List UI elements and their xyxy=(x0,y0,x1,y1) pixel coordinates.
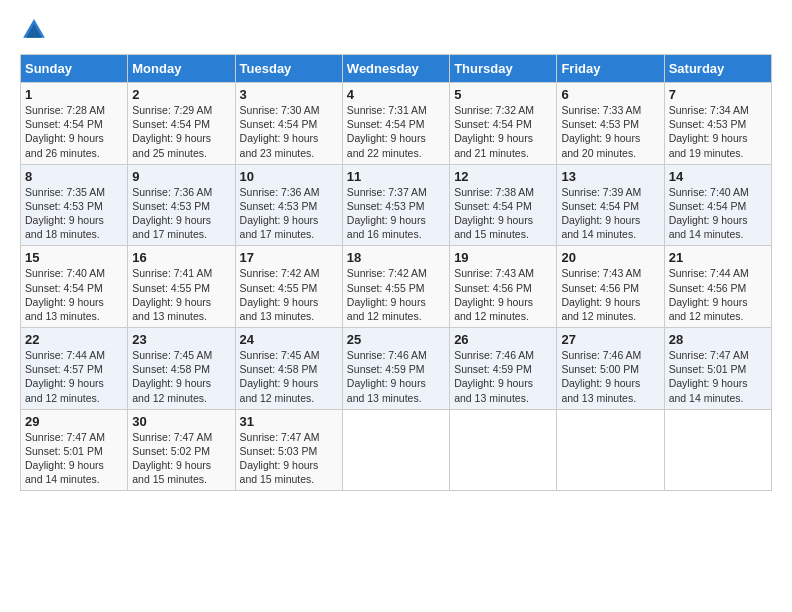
calendar-cell: 26 Sunrise: 7:46 AM Sunset: 4:59 PM Dayl… xyxy=(450,328,557,410)
day-number: 18 xyxy=(347,250,445,265)
daylight-label: Daylight: 9 hours and 16 minutes. xyxy=(347,214,426,240)
daylight-label: Daylight: 9 hours and 15 minutes. xyxy=(132,459,211,485)
sunset-label: Sunset: 4:59 PM xyxy=(454,363,532,375)
day-number: 23 xyxy=(132,332,230,347)
sunset-label: Sunset: 4:54 PM xyxy=(347,118,425,130)
calendar-row: 15 Sunrise: 7:40 AM Sunset: 4:54 PM Dayl… xyxy=(21,246,772,328)
calendar-cell: 27 Sunrise: 7:46 AM Sunset: 5:00 PM Dayl… xyxy=(557,328,664,410)
sunrise-label: Sunrise: 7:45 AM xyxy=(132,349,212,361)
day-info: Sunrise: 7:47 AM Sunset: 5:02 PM Dayligh… xyxy=(132,430,230,487)
col-sunday: Sunday xyxy=(21,55,128,83)
day-info: Sunrise: 7:31 AM Sunset: 4:54 PM Dayligh… xyxy=(347,103,445,160)
sunset-label: Sunset: 4:54 PM xyxy=(454,200,532,212)
calendar-cell xyxy=(450,409,557,491)
calendar-row: 22 Sunrise: 7:44 AM Sunset: 4:57 PM Dayl… xyxy=(21,328,772,410)
sunrise-label: Sunrise: 7:43 AM xyxy=(561,267,641,279)
calendar-cell: 17 Sunrise: 7:42 AM Sunset: 4:55 PM Dayl… xyxy=(235,246,342,328)
calendar-cell xyxy=(557,409,664,491)
sunrise-label: Sunrise: 7:47 AM xyxy=(25,431,105,443)
daylight-label: Daylight: 9 hours and 12 minutes. xyxy=(561,296,640,322)
sunrise-label: Sunrise: 7:36 AM xyxy=(240,186,320,198)
calendar-cell: 29 Sunrise: 7:47 AM Sunset: 5:01 PM Dayl… xyxy=(21,409,128,491)
col-friday: Friday xyxy=(557,55,664,83)
day-info: Sunrise: 7:47 AM Sunset: 5:03 PM Dayligh… xyxy=(240,430,338,487)
sunrise-label: Sunrise: 7:39 AM xyxy=(561,186,641,198)
day-number: 6 xyxy=(561,87,659,102)
calendar-cell: 13 Sunrise: 7:39 AM Sunset: 4:54 PM Dayl… xyxy=(557,164,664,246)
day-number: 1 xyxy=(25,87,123,102)
day-info: Sunrise: 7:44 AM Sunset: 4:57 PM Dayligh… xyxy=(25,348,123,405)
calendar-cell: 12 Sunrise: 7:38 AM Sunset: 4:54 PM Dayl… xyxy=(450,164,557,246)
day-number: 9 xyxy=(132,169,230,184)
day-number: 7 xyxy=(669,87,767,102)
calendar-cell: 9 Sunrise: 7:36 AM Sunset: 4:53 PM Dayli… xyxy=(128,164,235,246)
col-saturday: Saturday xyxy=(664,55,771,83)
calendar-cell xyxy=(342,409,449,491)
day-number: 4 xyxy=(347,87,445,102)
col-thursday: Thursday xyxy=(450,55,557,83)
day-info: Sunrise: 7:28 AM Sunset: 4:54 PM Dayligh… xyxy=(25,103,123,160)
day-info: Sunrise: 7:29 AM Sunset: 4:54 PM Dayligh… xyxy=(132,103,230,160)
sunset-label: Sunset: 4:59 PM xyxy=(347,363,425,375)
daylight-label: Daylight: 9 hours and 12 minutes. xyxy=(347,296,426,322)
day-info: Sunrise: 7:45 AM Sunset: 4:58 PM Dayligh… xyxy=(240,348,338,405)
daylight-label: Daylight: 9 hours and 15 minutes. xyxy=(454,214,533,240)
day-number: 15 xyxy=(25,250,123,265)
day-number: 31 xyxy=(240,414,338,429)
sunset-label: Sunset: 4:54 PM xyxy=(454,118,532,130)
day-info: Sunrise: 7:43 AM Sunset: 4:56 PM Dayligh… xyxy=(561,266,659,323)
daylight-label: Daylight: 9 hours and 21 minutes. xyxy=(454,132,533,158)
col-wednesday: Wednesday xyxy=(342,55,449,83)
calendar-header: Sunday Monday Tuesday Wednesday Thursday… xyxy=(21,55,772,83)
sunset-label: Sunset: 4:54 PM xyxy=(240,118,318,130)
daylight-label: Daylight: 9 hours and 14 minutes. xyxy=(25,459,104,485)
sunrise-label: Sunrise: 7:46 AM xyxy=(454,349,534,361)
day-number: 11 xyxy=(347,169,445,184)
sunset-label: Sunset: 4:58 PM xyxy=(240,363,318,375)
daylight-label: Daylight: 9 hours and 19 minutes. xyxy=(669,132,748,158)
calendar-cell: 21 Sunrise: 7:44 AM Sunset: 4:56 PM Dayl… xyxy=(664,246,771,328)
sunrise-label: Sunrise: 7:45 AM xyxy=(240,349,320,361)
sunset-label: Sunset: 5:01 PM xyxy=(669,363,747,375)
day-info: Sunrise: 7:41 AM Sunset: 4:55 PM Dayligh… xyxy=(132,266,230,323)
sunrise-label: Sunrise: 7:28 AM xyxy=(25,104,105,116)
calendar-cell: 8 Sunrise: 7:35 AM Sunset: 4:53 PM Dayli… xyxy=(21,164,128,246)
daylight-label: Daylight: 9 hours and 12 minutes. xyxy=(454,296,533,322)
daylight-label: Daylight: 9 hours and 12 minutes. xyxy=(669,296,748,322)
day-info: Sunrise: 7:47 AM Sunset: 5:01 PM Dayligh… xyxy=(25,430,123,487)
day-info: Sunrise: 7:34 AM Sunset: 4:53 PM Dayligh… xyxy=(669,103,767,160)
sunset-label: Sunset: 4:54 PM xyxy=(25,282,103,294)
calendar-cell: 30 Sunrise: 7:47 AM Sunset: 5:02 PM Dayl… xyxy=(128,409,235,491)
day-number: 25 xyxy=(347,332,445,347)
day-info: Sunrise: 7:40 AM Sunset: 4:54 PM Dayligh… xyxy=(669,185,767,242)
day-number: 30 xyxy=(132,414,230,429)
sunrise-label: Sunrise: 7:46 AM xyxy=(347,349,427,361)
header xyxy=(20,16,772,44)
day-info: Sunrise: 7:45 AM Sunset: 4:58 PM Dayligh… xyxy=(132,348,230,405)
calendar-cell: 23 Sunrise: 7:45 AM Sunset: 4:58 PM Dayl… xyxy=(128,328,235,410)
day-info: Sunrise: 7:44 AM Sunset: 4:56 PM Dayligh… xyxy=(669,266,767,323)
day-number: 5 xyxy=(454,87,552,102)
sunset-label: Sunset: 4:53 PM xyxy=(132,200,210,212)
sunrise-label: Sunrise: 7:40 AM xyxy=(669,186,749,198)
day-number: 22 xyxy=(25,332,123,347)
calendar: Sunday Monday Tuesday Wednesday Thursday… xyxy=(20,54,772,491)
sunrise-label: Sunrise: 7:41 AM xyxy=(132,267,212,279)
sunset-label: Sunset: 4:54 PM xyxy=(132,118,210,130)
daylight-label: Daylight: 9 hours and 12 minutes. xyxy=(132,377,211,403)
daylight-label: Daylight: 9 hours and 22 minutes. xyxy=(347,132,426,158)
daylight-label: Daylight: 9 hours and 20 minutes. xyxy=(561,132,640,158)
sunset-label: Sunset: 4:54 PM xyxy=(561,200,639,212)
day-number: 19 xyxy=(454,250,552,265)
day-number: 3 xyxy=(240,87,338,102)
sunrise-label: Sunrise: 7:46 AM xyxy=(561,349,641,361)
calendar-cell: 11 Sunrise: 7:37 AM Sunset: 4:53 PM Dayl… xyxy=(342,164,449,246)
day-number: 17 xyxy=(240,250,338,265)
day-number: 2 xyxy=(132,87,230,102)
sunset-label: Sunset: 4:57 PM xyxy=(25,363,103,375)
day-info: Sunrise: 7:37 AM Sunset: 4:53 PM Dayligh… xyxy=(347,185,445,242)
calendar-cell: 7 Sunrise: 7:34 AM Sunset: 4:53 PM Dayli… xyxy=(664,83,771,165)
logo-icon xyxy=(20,16,48,44)
sunrise-label: Sunrise: 7:42 AM xyxy=(347,267,427,279)
day-info: Sunrise: 7:46 AM Sunset: 4:59 PM Dayligh… xyxy=(454,348,552,405)
